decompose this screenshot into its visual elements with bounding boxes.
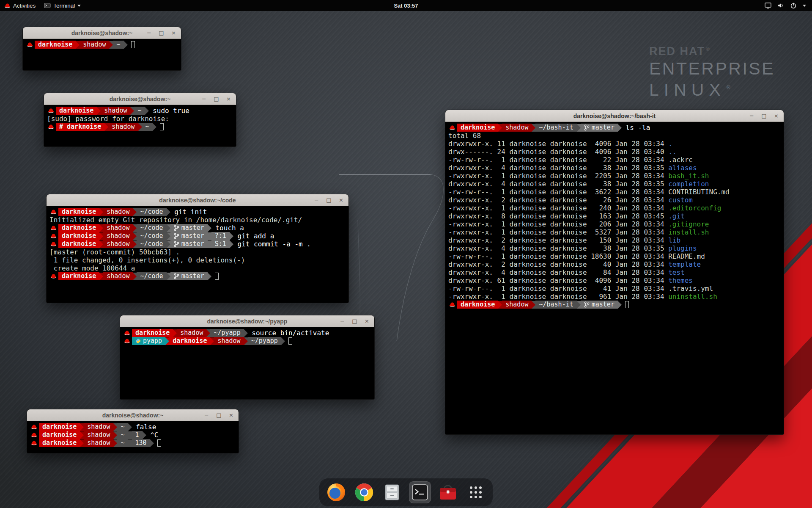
window-title: darknoise@shadow:~ bbox=[110, 96, 171, 102]
window-title: darknoise@shadow:~ bbox=[71, 30, 133, 36]
terminal-content[interactable]: darknoiseshadow~/pyapp source bin/activa… bbox=[120, 327, 374, 399]
close-button[interactable]: × bbox=[337, 196, 345, 204]
powerline-arrow-icon bbox=[210, 337, 214, 345]
app-menu-label: Terminal bbox=[53, 3, 75, 9]
powerline-arrow-icon bbox=[133, 240, 137, 248]
prompt-segment-text: shadow bbox=[217, 337, 240, 345]
powerline-arrow-icon bbox=[208, 232, 211, 240]
chevron-down-icon bbox=[803, 5, 806, 7]
maximize-button[interactable]: □ bbox=[760, 112, 768, 119]
window-titlebar[interactable]: darknoise@shadow:~−□× bbox=[23, 27, 181, 39]
prompt-segment-text: darknoise bbox=[42, 439, 77, 447]
window-titlebar[interactable]: darknoise@shadow:~−□× bbox=[27, 409, 239, 421]
dock-item-terminal[interactable] bbox=[409, 481, 431, 503]
prompt-segment: master bbox=[170, 232, 208, 240]
toolbox-icon bbox=[438, 483, 458, 502]
maximize-button[interactable]: □ bbox=[351, 318, 358, 325]
output-line: -rwxrwxr-x. 1 darknoise darknoise 961 Ja… bbox=[448, 293, 781, 301]
window-titlebar[interactable]: darknoise@shadow:~/pyapp−□× bbox=[120, 315, 374, 327]
powerline-arrow-icon bbox=[532, 124, 535, 132]
command-text: ^C bbox=[146, 431, 159, 439]
prompt-line: # darknoiseshadow~ bbox=[47, 123, 233, 131]
prompt-line: darknoiseshadow~/bash-itmaster bbox=[448, 301, 781, 309]
prompt-segment: shadow bbox=[103, 272, 133, 280]
prompt-segment: ?:1 bbox=[211, 232, 230, 240]
powerline-arrow-icon bbox=[167, 208, 170, 216]
top-bar-left: Activities Terminal bbox=[0, 0, 85, 11]
maximize-button[interactable]: □ bbox=[213, 95, 220, 102]
python-icon bbox=[135, 338, 141, 344]
terminal-content[interactable]: darknoiseshadow~ bbox=[23, 39, 181, 70]
powerline-arrow-icon bbox=[145, 107, 149, 115]
hat-icon bbox=[123, 338, 131, 344]
close-button[interactable]: × bbox=[225, 95, 232, 102]
dock-item-files[interactable] bbox=[381, 481, 403, 503]
minimize-button[interactable]: − bbox=[203, 411, 210, 419]
output-line: drwxrwxr-x. 8 darknoise darknoise 163 Ja… bbox=[448, 212, 781, 220]
close-button[interactable]: × bbox=[363, 318, 370, 325]
system-menu[interactable] bbox=[759, 0, 812, 11]
clock[interactable]: Sat 03:57 bbox=[390, 0, 422, 11]
output-text: [sudo] password for darknoise: bbox=[47, 115, 173, 123]
close-button[interactable]: × bbox=[773, 112, 780, 119]
prompt-segment-text: shadow bbox=[107, 224, 129, 232]
window-titlebar[interactable]: darknoise@shadow:~/bash-it−□× bbox=[445, 110, 784, 122]
powerline-arrow-icon bbox=[99, 240, 103, 248]
maximize-button[interactable]: □ bbox=[158, 29, 165, 36]
window-titlebar[interactable]: darknoise@shadow:~−□× bbox=[44, 93, 236, 105]
terminal-content[interactable]: darknoiseshadow~ falsedarknoiseshadow~1 … bbox=[27, 421, 239, 453]
prompt-segment: master bbox=[170, 272, 208, 280]
minimize-button[interactable]: − bbox=[313, 196, 320, 204]
output-line: drwxrwxr-x. 61 darknoise darknoise 4096 … bbox=[448, 276, 781, 284]
terminal-content[interactable]: darknoiseshadow~/code git initInitialize… bbox=[47, 206, 348, 303]
hat-icon bbox=[49, 241, 57, 247]
prompt-segment-text: darknoise bbox=[62, 240, 96, 248]
output-text: drwxrwxr-x. 61 darknoise darknoise 4096 … bbox=[448, 276, 668, 284]
terminal-content[interactable]: darknoiseshadow~/bash-itmaster ls -latot… bbox=[445, 122, 784, 434]
window-titlebar[interactable]: darknoise@shadow:~/code−□× bbox=[47, 194, 348, 206]
prompt-segment-text: darknoise bbox=[62, 232, 96, 240]
close-button[interactable]: × bbox=[228, 411, 235, 419]
output-text: drwxrwxr-x. 2 darknoise darknoise 40 Jan… bbox=[448, 260, 668, 268]
close-button[interactable]: × bbox=[170, 29, 177, 36]
powerline-arrow-icon bbox=[99, 224, 103, 232]
minimize-button[interactable]: − bbox=[748, 112, 755, 119]
prompt-segment: darknoise bbox=[58, 272, 99, 280]
maximize-button[interactable]: □ bbox=[325, 196, 332, 204]
maximize-button[interactable]: □ bbox=[215, 411, 222, 419]
powerline-arrow-icon bbox=[130, 107, 134, 115]
prompt-segment: ~ bbox=[117, 423, 128, 431]
dock-item-firefox[interactable] bbox=[325, 481, 347, 503]
prompt-segment-text: shadow bbox=[87, 423, 110, 431]
prompt-segment-text: ~/code bbox=[140, 232, 163, 240]
branch-icon bbox=[174, 233, 179, 239]
prompt-segment: shadow bbox=[502, 301, 532, 309]
output-line: -rw-rw-r--. 1 darknoise darknoise 41 Jan… bbox=[448, 284, 781, 293]
prompt-segment: ~/pyapp bbox=[210, 329, 244, 337]
output-text: drwxrwxr-x. 4 darknoise darknoise 84 Jan… bbox=[448, 268, 668, 276]
prompt-segment: ~ bbox=[117, 431, 128, 439]
dock-item-chrome[interactable] bbox=[353, 481, 375, 503]
app-menu-terminal[interactable]: Terminal bbox=[40, 0, 85, 11]
minimize-button[interactable]: − bbox=[200, 95, 208, 102]
dock-item-app-grid[interactable] bbox=[465, 481, 487, 503]
terminal-icon bbox=[410, 483, 430, 502]
hat-icon bbox=[47, 108, 55, 113]
prompt-segment-text: 130 bbox=[135, 439, 147, 447]
activities-button[interactable]: Activities bbox=[0, 0, 40, 11]
terminal-content[interactable]: darknoiseshadow~ sudo true[sudo] passwor… bbox=[44, 105, 236, 146]
text-cursor bbox=[288, 337, 292, 345]
prompt-segment-text: master bbox=[181, 272, 204, 280]
minimize-button[interactable]: − bbox=[145, 29, 153, 36]
powerline-arrow-icon bbox=[80, 423, 84, 431]
prompt-line: darknoiseshadow~/codemaster?:1 git add a bbox=[49, 232, 346, 240]
hat-icon bbox=[26, 42, 33, 47]
hat-icon bbox=[47, 124, 55, 130]
branch-icon bbox=[584, 124, 590, 131]
prompt-segment-text: darknoise bbox=[42, 423, 77, 431]
prompt-segment-text: pyapp bbox=[143, 337, 162, 345]
prompt-line: pyappdarknoiseshadow~/pyapp bbox=[123, 337, 371, 345]
prompt-segment: darknoise bbox=[35, 41, 76, 49]
minimize-button[interactable]: − bbox=[339, 318, 346, 325]
dock-item-toolbox[interactable] bbox=[437, 481, 459, 503]
